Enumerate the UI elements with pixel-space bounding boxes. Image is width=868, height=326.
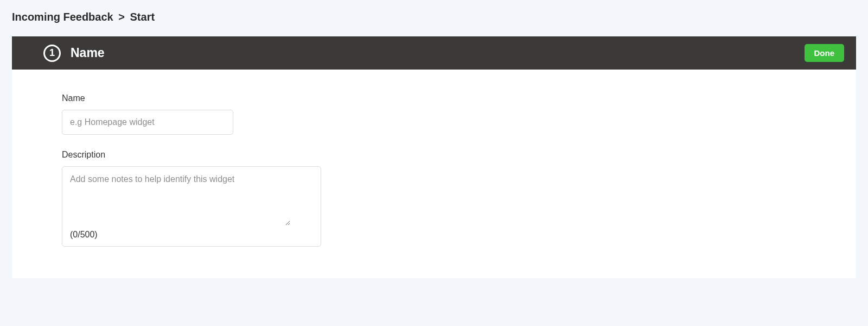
panel-header: 1 Name Done xyxy=(12,36,856,70)
breadcrumb-root[interactable]: Incoming Feedback xyxy=(12,11,113,23)
done-button[interactable]: Done xyxy=(805,44,845,62)
description-box: (0/500) xyxy=(62,166,321,247)
name-field-row: Name xyxy=(62,93,817,135)
description-field-row: Description (0/500) xyxy=(62,150,817,247)
description-counter: (0/500) xyxy=(70,230,313,240)
breadcrumb: Incoming Feedback > Start xyxy=(0,0,868,36)
panel-title: Name xyxy=(71,46,805,60)
name-input[interactable] xyxy=(62,110,233,135)
panel-body: Name Description (0/500) xyxy=(12,70,856,278)
breadcrumb-separator-icon: > xyxy=(116,11,127,23)
name-panel: 1 Name Done Name Description (0/500) xyxy=(12,36,856,278)
breadcrumb-current: Start xyxy=(130,11,155,23)
step-number-icon: 1 xyxy=(43,45,61,62)
step-number: 1 xyxy=(49,47,55,59)
description-textarea[interactable] xyxy=(70,174,290,225)
name-label: Name xyxy=(62,93,817,103)
description-label: Description xyxy=(62,150,817,160)
